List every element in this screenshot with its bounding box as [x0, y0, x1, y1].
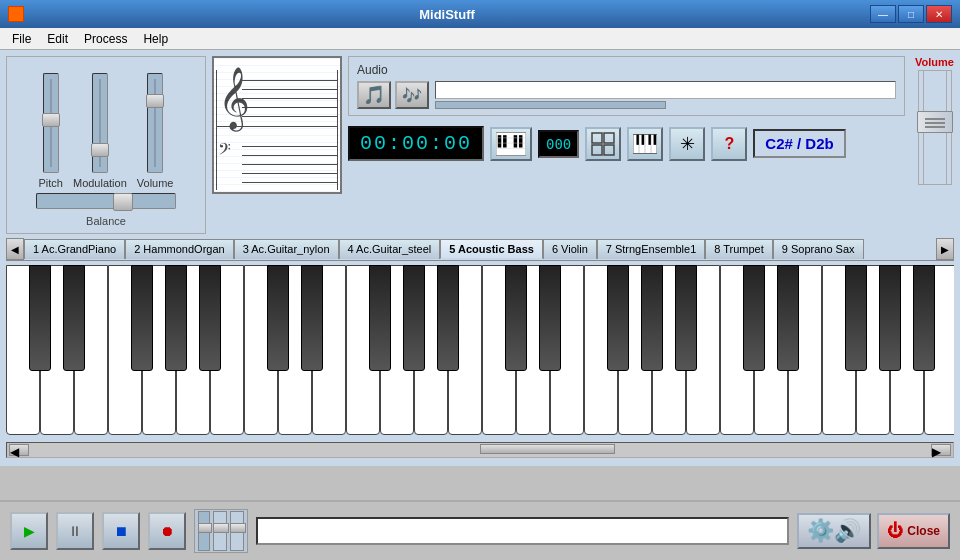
effects-button[interactable]: ✳	[669, 127, 705, 161]
black-key[interactable]	[675, 265, 697, 371]
global-volume-label: Volume	[915, 56, 954, 68]
svg-rect-2	[503, 135, 507, 147]
pause-button[interactable]: ⏸	[56, 512, 94, 550]
maximize-button[interactable]: □	[898, 5, 924, 23]
black-key[interactable]	[641, 265, 663, 371]
close-button[interactable]: ✕	[926, 5, 952, 23]
volume-slider-thumb[interactable]	[146, 94, 164, 108]
mini-sliders	[194, 509, 248, 553]
global-volume-slider[interactable]	[918, 70, 952, 185]
menu-edit[interactable]: Edit	[39, 30, 76, 48]
mini-slider-1-thumb[interactable]	[198, 523, 212, 533]
tab-9[interactable]: 9 Soprano Sax	[773, 239, 864, 259]
counter-display: 000	[538, 130, 579, 158]
tab-1[interactable]: 1 Ac.GrandPiano	[24, 239, 125, 259]
tab-7[interactable]: 7 StrngEnsemble1	[597, 239, 706, 259]
tab-3[interactable]: 3 Ac.Guitar_nylon	[234, 239, 339, 259]
audio-label: Audio	[357, 63, 388, 77]
black-key[interactable]	[539, 265, 561, 371]
black-key[interactable]	[913, 265, 935, 371]
scrollbar-left[interactable]: ◀	[9, 444, 29, 456]
title-bar: MidiStuff — □ ✕	[0, 0, 960, 28]
svg-rect-4	[519, 135, 523, 147]
modulation-label: Modulation	[73, 177, 127, 189]
tab-8[interactable]: 8 Trumpet	[705, 239, 773, 259]
tab-6[interactable]: 6 Violin	[543, 239, 597, 259]
piano-keys-icon	[633, 133, 657, 155]
volume-label: Volume	[137, 177, 174, 189]
piano-keys-wrapper	[6, 265, 954, 440]
grid-button[interactable]	[585, 127, 621, 161]
svg-rect-1	[498, 135, 502, 147]
pitch-slider-track[interactable]	[43, 73, 59, 173]
close-app-button[interactable]: ⏻ Close	[877, 513, 950, 549]
volume-slider-group: Volume	[137, 73, 174, 189]
audio-mini-slider[interactable]	[435, 101, 666, 109]
tab-4[interactable]: 4 Ac.Guitar_steel	[339, 239, 441, 259]
tabs-scroll-right[interactable]: ▶	[936, 238, 954, 260]
tabs-container: 1 Ac.GrandPiano 2 HammondOrgan 3 Ac.Guit…	[24, 239, 936, 259]
black-key[interactable]	[63, 265, 85, 371]
bottom-progress-bar[interactable]	[256, 517, 789, 545]
mini-slider-2[interactable]	[213, 511, 227, 551]
balance-slider[interactable]	[36, 193, 176, 209]
black-key[interactable]	[267, 265, 289, 371]
tabs-scroll-left[interactable]: ◀	[6, 238, 24, 260]
volume-slider-track[interactable]	[147, 73, 163, 173]
help-button[interactable]: ?	[711, 127, 747, 161]
black-key[interactable]	[403, 265, 425, 371]
settings-audio-button[interactable]: ⚙️🔊	[797, 513, 871, 549]
menu-process[interactable]: Process	[76, 30, 135, 48]
mini-slider-2-thumb[interactable]	[213, 523, 229, 533]
tab-2[interactable]: 2 HammondOrgan	[125, 239, 234, 259]
record-button[interactable]: ⏺	[148, 512, 186, 550]
global-volume-thumb[interactable]	[917, 111, 953, 133]
black-key[interactable]	[607, 265, 629, 371]
modulation-slider-thumb[interactable]	[91, 143, 109, 157]
play-button[interactable]: ▶	[10, 512, 48, 550]
pitch-slider-thumb[interactable]	[42, 113, 60, 127]
menu-help[interactable]: Help	[135, 30, 176, 48]
minimize-button[interactable]: —	[870, 5, 896, 23]
black-key[interactable]	[199, 265, 221, 371]
menu-file[interactable]: File	[4, 30, 39, 48]
black-key[interactable]	[437, 265, 459, 371]
stop-button[interactable]: ⏹	[102, 512, 140, 550]
audio-stop-button[interactable]: 🎶	[395, 81, 429, 109]
black-key[interactable]	[879, 265, 901, 371]
keyboard-container: ◀ ▶	[6, 265, 954, 460]
mini-slider-3[interactable]	[230, 511, 244, 551]
piano-outer	[6, 265, 954, 440]
balance-thumb[interactable]	[113, 193, 133, 211]
modulation-slider-track[interactable]	[92, 73, 108, 173]
black-key[interactable]	[131, 265, 153, 371]
mini-dual-sliders	[213, 511, 244, 551]
mini-slider-3-thumb[interactable]	[230, 523, 246, 533]
black-key[interactable]	[777, 265, 799, 371]
black-key[interactable]	[301, 265, 323, 371]
audio-section: Audio 🎵 🎶	[348, 56, 905, 116]
black-key[interactable]	[505, 265, 527, 371]
instrument-tabs: ◀ 1 Ac.GrandPiano 2 HammondOrgan 3 Ac.Gu…	[6, 238, 954, 261]
key-display: C2# / D2b	[753, 129, 845, 158]
black-key[interactable]	[29, 265, 51, 371]
svg-rect-16	[654, 134, 657, 144]
mini-slider-1-group	[198, 511, 210, 551]
black-key[interactable]	[165, 265, 187, 371]
global-volume-section: Volume	[915, 56, 954, 234]
audio-progress-bar[interactable]	[435, 81, 896, 99]
black-key[interactable]	[369, 265, 391, 371]
pitch-label: Pitch	[39, 177, 63, 189]
piano-roll-button[interactable]	[490, 127, 532, 161]
power-icon: ⏻	[887, 522, 903, 540]
tab-5[interactable]: 5 Acoustic Bass	[440, 239, 543, 259]
mini-slider-1[interactable]	[198, 511, 210, 551]
keyboard-scrollbar[interactable]: ◀ ▶	[6, 442, 954, 458]
scrollbar-thumb[interactable]	[480, 444, 615, 454]
audio-play-button[interactable]: 🎵	[357, 81, 391, 109]
scrollbar-right[interactable]: ▶	[931, 444, 951, 456]
black-key[interactable]	[743, 265, 765, 371]
svg-rect-8	[592, 133, 602, 143]
black-key[interactable]	[845, 265, 867, 371]
piano-keys-button[interactable]	[627, 127, 663, 161]
